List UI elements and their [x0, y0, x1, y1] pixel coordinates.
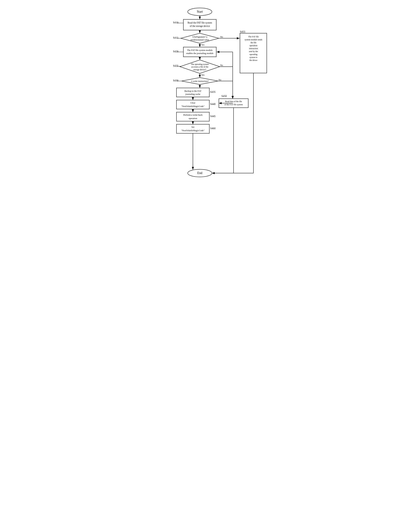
s450-label: S450: [222, 95, 227, 97]
s435-text-2: journaling cache: [185, 93, 200, 95]
s415-yes: Yes: [201, 43, 205, 46]
s455-text-2: system module sends: [245, 38, 262, 41]
s410-label: S410: [173, 21, 178, 24]
s420-label: S420: [173, 50, 178, 53]
s455-text-4: operation: [250, 44, 257, 47]
s415-text-1: UfatSignature=a: [192, 36, 207, 38]
s425-text-2: accesses a file of the: [191, 66, 208, 68]
s445-label: S445: [210, 115, 215, 118]
s440-text-1: Clear: [190, 101, 196, 104]
s440-label: S440: [210, 103, 215, 105]
s460-text-2: "NonVolatileMagicCode": [181, 129, 205, 132]
s450-text-1: Read data of the file: [225, 100, 242, 103]
svg-rect-23: [177, 88, 209, 97]
s455-text-6: sent by the: [249, 50, 258, 53]
s425-no: No: [220, 64, 223, 66]
s450-text-2: of the FAT file system: [224, 103, 243, 106]
s455-text-1: The FAT file: [248, 36, 259, 38]
s435-text-1: Backup to the FAT: [184, 90, 201, 92]
s440-text-2: "NonVolatileMagicCode": [181, 105, 205, 107]
s455-text-8: system to: [250, 56, 257, 58]
s415-text-2: predetermined value: [191, 38, 209, 41]
s420-text-2: enables the journaling module: [186, 52, 213, 55]
s425-label: S425: [173, 64, 178, 67]
s455-text-7: operating: [250, 53, 257, 56]
s460-text-1: Set: [192, 126, 195, 128]
s435-label: S435: [210, 91, 215, 93]
s430-no: No: [218, 78, 221, 81]
s430-label: S430: [173, 79, 178, 82]
s425-yes: Yes: [201, 74, 205, 76]
s445-text-2: operation: [188, 117, 197, 120]
end-label: End: [197, 171, 202, 175]
s460-label: S460: [210, 127, 215, 130]
s455-text-5: instruction: [249, 47, 258, 50]
s425-text-1: The operating system: [191, 63, 209, 66]
start-label: Start: [197, 10, 203, 13]
s425-text-3: storage device?: [193, 68, 206, 71]
s455-label: S455: [240, 30, 245, 33]
s455-text-3: the file: [251, 41, 256, 44]
s415-no: No: [220, 36, 223, 38]
svg-marker-7: [181, 33, 219, 43]
flowchart-container: Start S410 Read the FAT file system of t…: [138, 3, 272, 183]
s455-text-9: the driver: [250, 59, 257, 61]
s415-label: S415: [173, 36, 178, 39]
s410-text-2: of the storage device: [190, 25, 210, 27]
s445-text-1: Perform a write-back: [183, 114, 203, 116]
s420-text-1: The FAT file system module: [187, 49, 213, 51]
s410-text-1: Read the FAT file system: [187, 21, 212, 24]
flowchart-svg: Start S410 Read the FAT file system of t…: [139, 7, 271, 180]
s430-text: A write instruction?: [191, 80, 209, 82]
